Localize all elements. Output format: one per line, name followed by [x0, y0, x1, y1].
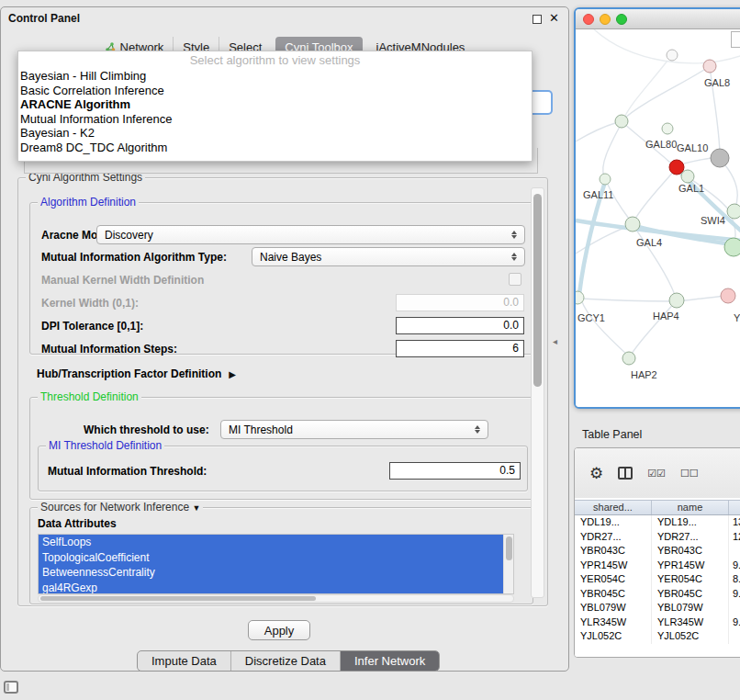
columns-icon[interactable]	[618, 467, 633, 480]
table-row[interactable]: YBL079WYBL079W	[575, 601, 740, 615]
which-threshold-combobox[interactable]: MI Threshold	[220, 420, 488, 439]
list-item-selected[interactable]: BetweennessCentrality	[39, 565, 513, 581]
restore-panel-icon[interactable]	[4, 681, 18, 694]
float-window-icon[interactable]	[533, 15, 542, 24]
table-toolbar: ⚙ ☑☑ ☐☐	[575, 448, 740, 498]
algorithm-dropdown-popup: Select algorithm to view settings Bayesi…	[17, 51, 533, 162]
mi-threshold-definition-group: MI Threshold Definition Mutual Informati…	[38, 446, 528, 491]
node-pink	[721, 288, 735, 303]
column-header-shared-name[interactable]: shared...	[575, 501, 652, 514]
node-label: GAL80	[645, 139, 677, 150]
network-graph: GAL8 GAL80 GAL10 GAL11 GAL1 SWI4 GAL4 GC…	[576, 29, 740, 407]
manual-kernel-label: Manual Kernel Width Definition	[41, 274, 204, 287]
mi-threshold-field[interactable]: 0.5	[389, 462, 521, 480]
list-scrollbar[interactable]	[503, 535, 513, 593]
panel-collapse-arrow[interactable]: ◂	[553, 336, 557, 346]
hub-definition-label: Hub/Transcription Factor Definition	[37, 367, 221, 380]
kernel-width-field: 0.0	[396, 294, 524, 311]
settings-scrollbar[interactable]	[531, 187, 544, 598]
algorithm-option-selected[interactable]: ARACNE Algorithm	[18, 97, 532, 112]
mi-type-label: Mutual Information Algorithm Type:	[41, 251, 227, 264]
table-row[interactable]: YDR27...YDR27...12	[575, 530, 740, 545]
algorithm-option[interactable]: Bayesian - Hill Climbing	[18, 69, 532, 84]
tab-infer-network[interactable]: Infer Network	[340, 651, 439, 671]
algorithm-option[interactable]: Basic Correlation Inference	[18, 84, 532, 98]
list-item-selected[interactable]: TopologicalCoefficient	[39, 550, 513, 566]
tab-impute-data[interactable]: Impute Data	[138, 651, 230, 671]
node	[600, 174, 611, 185]
group-title: Algorithm Definition	[38, 196, 139, 209]
table-row[interactable]: YBR045CYBR045C9.	[575, 587, 740, 602]
bottom-tab-bar: Impute Data Discretize Data Infer Networ…	[137, 650, 440, 672]
node-label: GCY1	[577, 312, 605, 323]
node-label: GAL11	[583, 189, 613, 200]
combobox-value: Naive Bayes	[252, 251, 507, 264]
table-row[interactable]: YBR043CYBR043C	[575, 544, 740, 559]
sources-group: Sources for Network Inference ▼ Data Att…	[29, 507, 533, 604]
manual-kernel-checkbox	[509, 273, 521, 286]
network-canvas[interactable]: GAL8 GAL80 GAL10 GAL11 GAL1 SWI4 GAL4 GC…	[576, 29, 740, 407]
node	[615, 115, 628, 128]
deselect-columns-icon[interactable]: ☐☐	[680, 468, 699, 480]
group-title: Threshold Definition	[38, 390, 141, 403]
table-header-row: shared... name	[575, 500, 740, 515]
combobox-stepper-icon	[470, 423, 484, 437]
node-red	[669, 160, 684, 175]
popup-placeholder: Select algorithm to view settings	[18, 51, 532, 69]
node-label: HAP2	[631, 369, 657, 380]
scrollbar-thumb[interactable]	[533, 194, 542, 387]
data-attributes-list: SelfLoops TopologicalCoefficient Between…	[38, 534, 514, 594]
table-row[interactable]: YLR345WYLR345W9.	[575, 615, 740, 630]
cyni-algorithm-settings-group: Cyni Algorithm Settings Algorithm Defini…	[17, 177, 548, 606]
node-label: GAL10	[677, 142, 708, 153]
table-row[interactable]: YJL052CYJL052C	[575, 629, 740, 644]
aracne-mode-combobox[interactable]: Discovery	[96, 225, 525, 244]
table-panel-title: Table Panel	[582, 428, 642, 441]
mi-threshold-label: Mutual Information Threshold:	[48, 465, 207, 478]
select-columns-icon[interactable]: ☑☑	[647, 468, 666, 480]
table-body: YDL19...YDL19...13 YDR27...YDR27...12 YB…	[575, 515, 740, 657]
list-item-selected[interactable]: gal4RGexp	[39, 581, 513, 595]
dpi-tolerance-field[interactable]: 0.0	[396, 317, 524, 334]
table-row[interactable]: YER054CYER054C8.	[575, 572, 740, 587]
mi-algorithm-type-combobox[interactable]: Naive Bayes	[252, 247, 525, 266]
threshold-definition-group: Threshold Definition Which threshold to …	[29, 397, 533, 500]
node	[724, 238, 740, 256]
table-row[interactable]: YPR145WYPR145W9.	[575, 559, 740, 573]
desktop: Control Panel ✕ Network Style	[0, 0, 740, 700]
hub-definition-toggle[interactable]: Hub/Transcription Factor Definition ▶	[37, 367, 236, 380]
node	[727, 204, 740, 219]
node-label: SWI4	[701, 215, 725, 226]
close-icon[interactable]: ✕	[549, 11, 559, 25]
apply-button[interactable]: Apply	[248, 620, 310, 640]
control-panel-window: Control Panel ✕ Network Style	[0, 6, 569, 672]
list-item-selected[interactable]: SelfLoops	[39, 535, 513, 550]
algorithm-combobox-fragment[interactable]	[533, 90, 553, 115]
scrollbar-thumb[interactable]	[506, 536, 512, 560]
combobox-value: Discovery	[97, 229, 507, 242]
node	[681, 170, 694, 183]
tab-discretize-data[interactable]: Discretize Data	[230, 651, 340, 671]
column-header-partial[interactable]	[729, 501, 740, 514]
scrollbar-thumb[interactable]	[40, 596, 316, 601]
sources-title: Sources for Network Inference	[40, 501, 189, 514]
sources-toggle[interactable]: Sources for Network Inference ▼	[38, 501, 203, 514]
data-attributes-label: Data Attributes	[38, 517, 117, 530]
which-threshold-label: Which threshold to use:	[84, 423, 209, 436]
node	[667, 50, 678, 61]
close-traffic-light[interactable]	[583, 14, 594, 25]
settings-gear-icon[interactable]: ⚙	[589, 466, 603, 481]
zoom-traffic-light[interactable]	[616, 14, 627, 25]
mi-steps-field[interactable]: 6	[396, 340, 524, 357]
column-header-name[interactable]: name	[652, 501, 729, 514]
node	[576, 291, 584, 304]
table-row[interactable]: YDL19...YDL19...13	[575, 515, 740, 530]
node-label: GAL8	[704, 77, 730, 88]
algorithm-option[interactable]: Bayesian - K2	[18, 126, 532, 141]
horizontal-scrollbar[interactable]	[38, 594, 514, 603]
combobox-stepper-icon	[507, 250, 521, 265]
minimize-traffic-light[interactable]	[600, 14, 611, 25]
node	[625, 217, 640, 231]
algorithm-option[interactable]: Mutual Information Inference	[18, 112, 532, 127]
algorithm-option[interactable]: Dream8 DC_TDC Algorithm	[18, 141, 532, 155]
